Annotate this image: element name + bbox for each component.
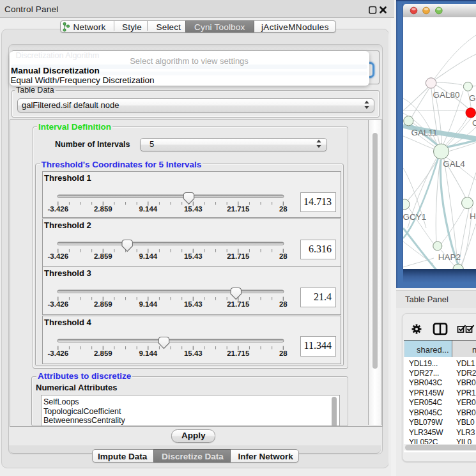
svg-text:21.715: 21.715 — [227, 300, 250, 308]
svg-text:15.43: 15.43 — [184, 205, 203, 213]
svg-text:2.859: 2.859 — [94, 252, 112, 260]
svg-text:-3.426: -3.426 — [47, 252, 68, 260]
svg-text:15.43: 15.43 — [184, 349, 203, 357]
svg-text:15.43: 15.43 — [184, 252, 203, 260]
svg-text:H: H — [470, 211, 476, 221]
svg-text:2.859: 2.859 — [94, 205, 112, 213]
svg-text:HAP2: HAP2 — [438, 252, 461, 262]
svg-text:28: 28 — [279, 300, 288, 308]
svg-text:GAL11: GAL11 — [411, 128, 438, 137]
svg-text:28: 28 — [279, 205, 288, 213]
svg-text:C: C — [472, 118, 476, 128]
svg-text:21.715: 21.715 — [227, 252, 250, 260]
svg-text:28: 28 — [279, 349, 288, 357]
svg-text:-3.426: -3.426 — [47, 349, 68, 357]
svg-text:15.43: 15.43 — [184, 300, 203, 308]
svg-text:2.859: 2.859 — [94, 300, 112, 308]
svg-text:2.859: 2.859 — [94, 349, 112, 357]
svg-text:21.715: 21.715 — [227, 349, 250, 357]
svg-text:G..: G.. — [469, 93, 476, 103]
svg-text:9.144: 9.144 — [139, 300, 157, 308]
svg-text:9.144: 9.144 — [139, 252, 157, 260]
svg-text:21.715: 21.715 — [227, 205, 250, 213]
svg-text:-3.426: -3.426 — [47, 300, 68, 308]
svg-text:9.144: 9.144 — [139, 205, 157, 213]
svg-text:GCY1: GCY1 — [403, 212, 426, 222]
svg-text:9.144: 9.144 — [139, 349, 157, 357]
svg-text:28: 28 — [279, 252, 288, 260]
svg-text:-3.426: -3.426 — [47, 205, 68, 213]
svg-text:GAL4: GAL4 — [443, 159, 465, 169]
svg-text:GAL80: GAL80 — [433, 90, 459, 100]
